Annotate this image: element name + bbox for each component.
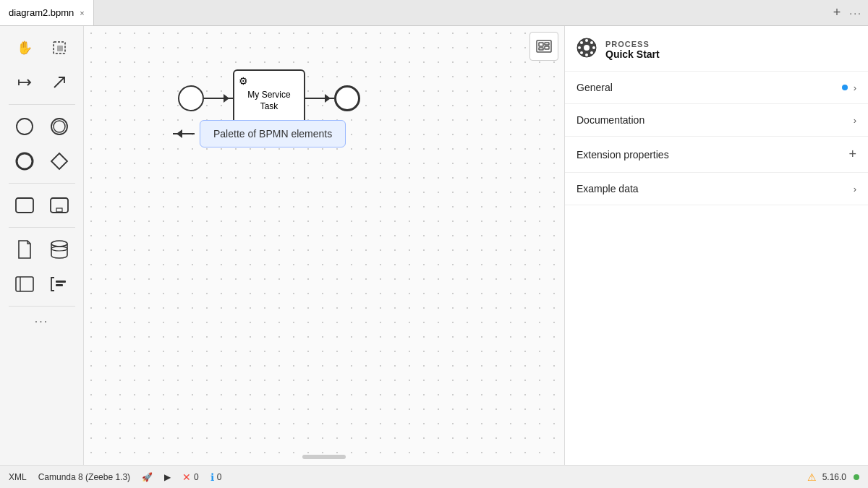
svg-rect-17 xyxy=(16,277,33,291)
palette-tooltip: Palette of BPMN elements xyxy=(200,120,346,147)
task-button[interactable] xyxy=(9,189,41,221)
bpmn-service-task[interactable]: ⚙ My Service Task xyxy=(233,69,305,127)
general-dot xyxy=(842,85,848,90)
subprocess-button[interactable] xyxy=(43,189,75,221)
text-annotation-button[interactable] xyxy=(43,268,75,300)
panel-quick-start-label: Quick Start xyxy=(605,48,660,60)
format-indicator: XML xyxy=(9,472,27,482)
bpmn-flow: ⚙ My Service Task xyxy=(178,69,360,127)
svg-rect-22 xyxy=(539,43,543,46)
connect-tool-button[interactable] xyxy=(9,67,41,98)
palette-separator-4 xyxy=(9,306,75,307)
play-button[interactable]: ▶ xyxy=(164,472,171,482)
svg-point-29 xyxy=(585,53,588,56)
end-event-button[interactable] xyxy=(9,145,41,177)
service-task-label: My Service Task xyxy=(247,90,290,112)
right-panel: PROCESS Quick Start General › Documentat… xyxy=(564,26,868,465)
gateway-button[interactable] xyxy=(43,145,75,177)
bottom-bar-right: ⚠ 5.16.0 xyxy=(807,471,859,483)
svg-rect-20 xyxy=(56,284,63,286)
start-event-button[interactable] xyxy=(9,111,41,142)
intermediate-event-button[interactable] xyxy=(43,111,75,142)
svg-rect-25 xyxy=(539,48,543,50)
palette-row-tasks xyxy=(9,189,75,221)
engine-indicator: Camunda 8 (Zeebe 1.3) xyxy=(38,472,130,482)
svg-point-8 xyxy=(17,153,33,169)
svg-rect-24 xyxy=(545,46,549,49)
svg-point-15 xyxy=(51,241,67,247)
format-label: XML xyxy=(9,472,27,482)
palette-separator-3 xyxy=(9,227,75,228)
svg-rect-19 xyxy=(56,281,66,283)
panel-header-text: PROCESS Quick Start xyxy=(605,40,660,60)
more-tabs-button[interactable]: ··· xyxy=(849,7,862,19)
palette-row-misc xyxy=(9,268,75,300)
svg-point-7 xyxy=(54,121,65,132)
svg-rect-12 xyxy=(56,208,62,212)
canvas[interactable]: ⚙ My Service Task Palette of BPMN elemen… xyxy=(84,26,564,465)
svg-point-30 xyxy=(578,46,581,49)
bpmn-diagram: ⚙ My Service Task Palette of BPMN elemen… xyxy=(178,69,360,127)
example-data-chevron: › xyxy=(854,184,856,194)
bpmn-start-event[interactable] xyxy=(178,85,204,111)
svg-line-4 xyxy=(54,77,64,87)
panel-process-label: PROCESS xyxy=(605,40,660,48)
error-icon: ✕ xyxy=(182,471,191,483)
svg-point-5 xyxy=(17,119,33,134)
tooltip-arrow xyxy=(173,133,195,134)
select-tool-button[interactable] xyxy=(43,32,75,64)
palette-separator-1 xyxy=(9,104,75,105)
general-chevron: › xyxy=(854,82,856,93)
warning-icon: ⚠ xyxy=(807,471,817,483)
minimap-button[interactable] xyxy=(529,32,558,61)
example-data-label: Example data xyxy=(576,183,854,194)
hand-tool-button[interactable]: ✋ xyxy=(9,32,41,64)
svg-point-31 xyxy=(592,46,595,49)
tooltip-arrow-line xyxy=(173,133,195,134)
general-label: General xyxy=(576,82,842,93)
svg-point-28 xyxy=(585,39,588,42)
info-count: 0 xyxy=(217,472,222,482)
errors-indicator: ✕ 0 xyxy=(182,471,199,483)
extension-properties-plus: + xyxy=(848,147,856,162)
palette-row-data1 xyxy=(9,234,75,265)
tab-close-button[interactable]: × xyxy=(80,9,84,17)
svg-point-16 xyxy=(51,247,67,251)
tooltip-text: Palette of BPMN elements xyxy=(213,128,332,140)
svg-point-32 xyxy=(580,41,583,44)
bottom-bar: XML Camunda 8 (Zeebe 1.3) 🚀 ▶ ✕ 0 ℹ 0 ⚠ … xyxy=(0,465,868,488)
palette-more-button[interactable]: ··· xyxy=(32,312,51,331)
bpmn-end-event[interactable] xyxy=(334,85,360,111)
info-indicator: ℹ 0 xyxy=(210,471,222,483)
svg-marker-9 xyxy=(51,153,67,169)
engine-label: Camunda 8 (Zeebe 1.3) xyxy=(38,472,130,482)
panel-section-documentation[interactable]: Documentation › xyxy=(565,104,868,137)
tab-diagram2[interactable]: diagram2.bpmn × xyxy=(0,0,94,25)
extension-properties-label: Extension properties xyxy=(576,149,848,160)
pool-button[interactable] xyxy=(9,268,41,300)
palette-row-connect xyxy=(9,67,75,98)
tab-bar: diagram2.bpmn × + ··· xyxy=(0,0,868,26)
play-icon: ▶ xyxy=(164,472,171,482)
bpmn-sequence-flow-1 xyxy=(204,98,233,99)
panel-section-example-data[interactable]: Example data › xyxy=(565,173,868,205)
add-tab-button[interactable]: + xyxy=(833,5,841,20)
canvas-scrollbar[interactable] xyxy=(302,455,346,459)
panel-section-extension-properties[interactable]: Extension properties + xyxy=(565,137,868,173)
data-store-button[interactable] xyxy=(43,234,75,265)
svg-rect-11 xyxy=(51,198,68,213)
palette-row-events1 xyxy=(9,111,75,142)
tab-bar-actions: + ··· xyxy=(833,5,868,20)
main-area: ✋ xyxy=(0,26,868,465)
rocket-deploy-button[interactable]: 🚀 xyxy=(142,472,153,482)
svg-point-33 xyxy=(590,41,593,44)
tab-label: diagram2.bpmn xyxy=(9,7,74,18)
service-task-icon: ⚙ xyxy=(239,75,248,87)
svg-point-34 xyxy=(580,51,583,54)
data-object-button[interactable] xyxy=(9,234,41,265)
svg-point-27 xyxy=(584,45,590,51)
version-status-dot xyxy=(854,474,859,480)
svg-rect-23 xyxy=(545,43,549,45)
arrow-tool-button[interactable] xyxy=(43,67,75,98)
panel-section-general[interactable]: General › xyxy=(565,72,868,104)
